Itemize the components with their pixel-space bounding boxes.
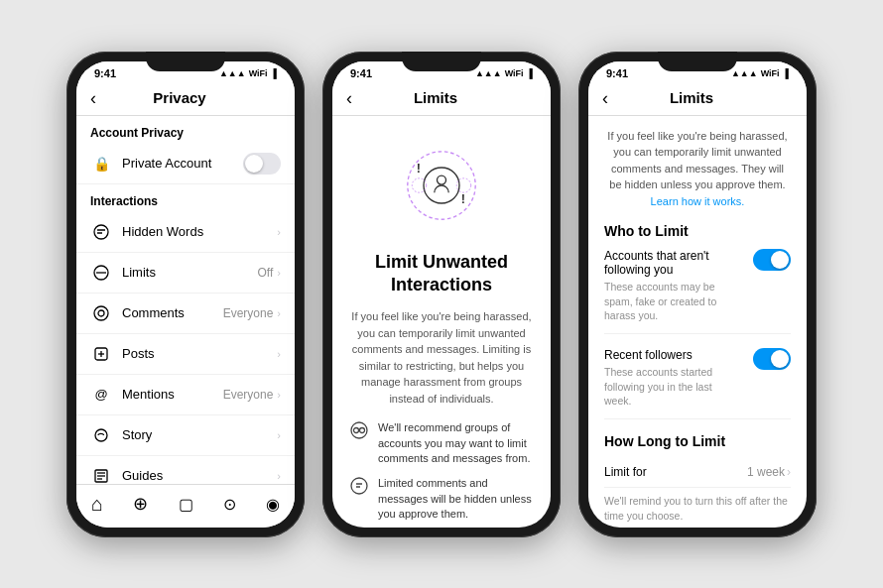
limit-for-label: Limit for [604,465,647,479]
guides-icon [90,465,112,484]
lock-icon: 🔒 [90,153,112,175]
svg-point-6 [98,310,104,316]
limits-intro-desc: If you feel like you're being harassed, … [350,308,533,407]
non-followers-toggle[interactable] [753,249,791,271]
svg-point-25 [354,428,359,433]
svg-point-5 [94,306,108,320]
notch [146,52,225,71]
signal-icon: ▲▲▲ [219,68,246,78]
menu-item-story[interactable]: Story › [76,415,295,456]
menu-item-hidden-words[interactable]: Hidden Words › [76,212,295,253]
chevron-icon: › [277,470,281,482]
phone-limits-settings: 9:41 ▲▲▲ WiFi ▐ ‹ Limits If you feel lik… [578,52,817,537]
menu-item-comments[interactable]: Comments Everyone › [76,294,295,334]
svg-point-26 [360,428,365,433]
limits-settings-screen[interactable]: If you feel like you're being harassed, … [588,116,807,528]
status-time-2: 9:41 [350,67,372,79]
private-account-toggle[interactable] [243,153,281,175]
toggle-knob [245,155,263,173]
feature-item-2: Limited comments and messages will be hi… [350,476,533,522]
menu-item-private-account[interactable]: 🔒 Private Account [76,144,295,184]
status-time-3: 9:41 [606,67,628,79]
notch [402,52,481,71]
chevron-icon: › [277,389,281,401]
battery-icon-3: ▐ [783,68,789,78]
guides-label: Guides [122,468,277,483]
signal-icon-2: ▲▲▲ [475,68,502,78]
menu-item-guides[interactable]: Guides › [76,456,295,484]
limits-top-desc: If you feel like you're being harassed, … [604,128,791,210]
non-followers-sub: These accounts may be spam, fake or crea… [604,280,741,323]
limits-label: Limits [122,265,258,280]
svg-point-10 [95,429,107,441]
limit-option-non-followers[interactable]: Accounts that aren't following you These… [604,249,791,334]
chevron-icon: › [277,348,281,360]
svg-point-19 [438,176,446,184]
svg-text:!: ! [461,192,465,206]
tab-profile[interactable]: ◉ [266,495,280,514]
toggle-knob-nf [771,251,789,269]
mentions-label: Mentions [122,387,223,402]
learn-link[interactable]: Learn how it works. [651,195,745,207]
turn-on-note: We'll remind you to turn this off after … [604,494,791,523]
story-icon [90,424,112,446]
limits-intro-title: Limit Unwanted Interactions [350,251,533,297]
wifi-icon-3: WiFi [761,68,780,78]
status-icons: ▲▲▲ WiFi ▐ [219,68,277,78]
section-account-privacy: Account Privacy [76,116,295,144]
toggle-knob-rf [771,350,789,368]
nav-bar-limits: ‹ Limits [332,81,551,116]
back-button-3[interactable]: ‹ [602,89,608,107]
limit-for-row[interactable]: Limit for 1 week › [604,457,791,488]
chevron-icon: › [277,429,281,441]
nav-bar-privacy: ‹ Privacy [76,81,295,116]
limits-value: Off [258,266,274,280]
wifi-icon-2: WiFi [505,68,524,78]
tab-search[interactable]: ⊕ [133,493,148,515]
tab-home[interactable]: ⌂ [91,493,103,516]
recent-followers-label: Recent followers [604,348,741,362]
limit-for-value: 1 week › [747,465,791,479]
hidden-words-label: Hidden Words [122,224,277,239]
nav-bar-limits-2: ‹ Limits [588,81,807,116]
how-long-title: How Long to Limit [604,433,791,449]
recent-followers-sub: These accounts started following you in … [604,365,741,409]
menu-item-limits[interactable]: Limits Off › [76,253,295,294]
private-account-label: Private Account [122,156,243,171]
phone-privacy: 9:41 ▲▲▲ WiFi ▐ ‹ Privacy Account Privac… [66,52,305,537]
nav-title: Privacy [104,89,255,106]
status-icons-2: ▲▲▲ WiFi ▐ [475,68,533,78]
menu-item-posts[interactable]: Posts › [76,334,295,375]
mentions-value: Everyone [223,388,274,402]
chevron-icon: › [277,307,281,319]
section-interactions: Interactions [76,184,295,212]
menu-item-mentions[interactable]: @ Mentions Everyone › [76,375,295,415]
posts-icon [90,343,112,365]
privacy-screen-content[interactable]: Account Privacy 🔒 Private Account Intera… [76,116,295,484]
hidden-words-icon [90,221,112,243]
who-to-limit-title: Who to Limit [604,223,791,239]
story-label: Story [122,427,277,442]
tab-shop[interactable]: ⊙ [223,495,236,514]
mentions-icon: @ [90,384,112,406]
chevron-icon: › [277,267,281,279]
back-button[interactable]: ‹ [90,89,96,107]
status-icons-3: ▲▲▲ WiFi ▐ [731,68,789,78]
limits-illustration: ! ! [392,136,491,235]
back-button-2[interactable]: ‹ [346,89,352,107]
comments-label: Comments [122,305,223,320]
non-followers-label: Accounts that aren't following you [604,249,741,277]
svg-text:!: ! [417,161,421,175]
comments-icon [90,302,112,324]
feature-text-1: We'll recommend groups of accounts you m… [378,420,533,466]
comments-value: Everyone [223,306,274,320]
battery-icon-2: ▐ [527,68,533,78]
chevron-right: › [787,465,791,479]
signal-icon-3: ▲▲▲ [731,68,758,78]
limit-option-recent-followers[interactable]: Recent followers These accounts started … [604,348,791,419]
tab-camera[interactable]: ▢ [179,495,193,514]
feature-text-2: Limited comments and messages will be hi… [378,476,533,522]
chevron-icon: › [277,226,281,238]
recent-followers-toggle[interactable] [753,348,791,370]
nav-title-2: Limits [360,89,511,106]
